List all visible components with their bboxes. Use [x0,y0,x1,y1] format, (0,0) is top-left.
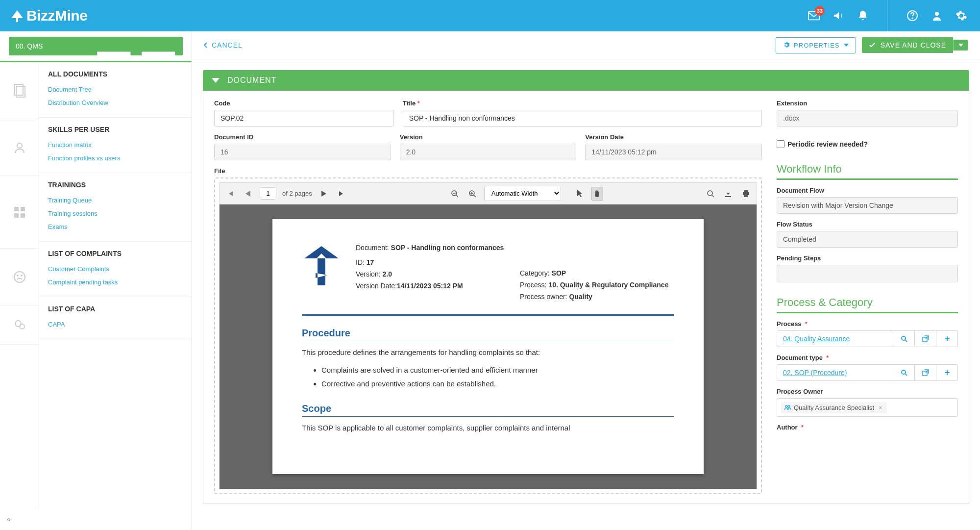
process-add-icon[interactable] [936,330,958,347]
sidebar-icon-skills[interactable] [0,119,39,176]
sidebar-section-title: TRAININGS [48,181,183,189]
periodic-checkbox[interactable] [777,140,784,148]
zoom-in-icon[interactable] [466,187,478,201]
sidebar-link-complaint-pending[interactable]: Complaint pending tasks [48,276,183,289]
sidebar: 00. QMS ALL DOCUMENTS Document Tree Dist… [0,31,192,530]
periodic-label: Periodic review needed? [787,140,868,148]
owner-label: Process Owner [777,388,958,395]
download-icon[interactable] [722,187,734,201]
sidebar-icon-trainings[interactable] [0,176,39,249]
sidebar-link-distribution-overview[interactable]: Distribution Overview [48,96,183,109]
sidebar-icon-documents[interactable] [0,62,39,119]
gear-icon[interactable] [956,10,967,22]
print-icon[interactable] [740,187,752,201]
extension-value: .docx [777,110,958,126]
brand-name: BizzMine [26,7,87,24]
sidebar-section-title: LIST OF COMPLAINTS [48,250,183,257]
pending-label: Pending Steps [777,254,958,262]
process-open-icon[interactable] [915,330,936,347]
title-input[interactable] [403,110,762,126]
owner-remove-icon[interactable]: × [877,404,884,411]
page-sheet: Document: SOP - Handling non conformance… [272,219,704,474]
process-picker-value[interactable]: 04. Quality Assurance [777,330,893,347]
doctype-search-icon[interactable] [893,364,915,381]
doctype-add-icon[interactable] [936,364,958,381]
sidebar-link-training-queue[interactable]: Training Queue [48,194,183,207]
save-button[interactable]: SAVE AND CLOSE [862,37,953,53]
sidebar-link-document-tree[interactable]: Document Tree [48,83,183,96]
svg-point-20 [708,191,712,196]
svg-point-13 [14,272,25,282]
sidebar-icon-complaints[interactable] [0,249,39,305]
cancel-button[interactable]: CANCEL [204,41,243,49]
svg-rect-12 [21,213,25,218]
version-value: 2.0 [400,144,577,160]
last-page-icon[interactable] [336,187,347,201]
page-input[interactable] [260,187,276,200]
help-icon[interactable] [906,10,918,22]
doctype-picker-value[interactable]: 02. SOP (Procedure) [777,364,893,381]
version-label: Version [400,133,577,141]
file-label: File [214,167,762,175]
svg-point-17 [20,324,24,329]
doctype-open-icon[interactable] [915,364,936,381]
svg-point-3 [935,12,939,16]
process-search-icon[interactable] [893,330,915,347]
extension-label: Extension [777,100,958,107]
document-panel-header[interactable]: DOCUMENT [203,70,969,91]
bell-icon[interactable] [857,10,869,22]
id-label: Document ID [214,133,391,141]
qms-label: 00. QMS [16,42,96,50]
logo[interactable]: BizzMine [10,7,87,24]
save-label: SAVE AND CLOSE [881,41,946,49]
search-icon[interactable] [705,187,716,201]
zoom-out-icon[interactable] [449,187,461,201]
announce-icon[interactable] [833,10,844,22]
section-procedure: Procedure [302,328,674,341]
file-toolbar: of 2 pages Automatic Width [219,182,757,204]
code-input[interactable] [214,110,394,126]
properties-button[interactable]: PROPERTIES [776,37,856,53]
version-date-label: Version Date [585,133,762,141]
svg-point-14 [17,275,18,276]
header-bar: BizzMine 33 [0,0,980,31]
code-label: Code [214,100,394,107]
sidebar-link-function-matrix[interactable]: Function matrix [48,138,183,151]
people-icon [784,404,791,411]
doc-logo-icon [302,244,341,288]
owner-tag-box[interactable]: Quality Assurance Specialist × [777,398,958,417]
sidebar-link-capa[interactable]: CAPA [48,318,183,331]
cursor-icon[interactable] [574,187,586,201]
sidebar-section-title: ALL DOCUMENTS [48,70,183,78]
id-value: 16 [214,144,391,160]
sidebar-link-customer-complaints[interactable]: Customer Complaints [48,262,183,276]
first-page-icon[interactable] [224,187,236,201]
zoom-select[interactable]: Automatic Width [484,186,561,201]
document-panel-title: DOCUMENT [227,76,276,85]
messages-icon[interactable]: 33 [808,10,820,22]
hand-icon[interactable] [591,187,603,201]
page-canvas[interactable]: Document: SOP - Handling non conformance… [219,204,757,489]
status-label: Flow Status [777,221,958,228]
sidebar-link-exams[interactable]: Exams [48,220,183,233]
next-page-icon[interactable] [318,187,330,201]
qms-selector[interactable]: 00. QMS [9,37,183,55]
process-category-title: Process & Category [777,296,958,313]
collapse-sidebar[interactable]: « [0,508,192,530]
workflow-title: Workflow Info [777,163,958,180]
cancel-label: CANCEL [212,41,243,49]
svg-rect-9 [14,207,19,211]
chevron-down-icon [212,78,220,83]
prev-page-icon[interactable] [242,187,254,201]
save-dropdown[interactable] [953,40,968,50]
sidebar-icon-capa[interactable] [0,305,39,345]
svg-point-15 [21,275,22,276]
properties-label: PROPERTIES [794,42,840,49]
title-label: Title * [403,100,762,107]
flow-label: Document Flow [777,187,958,194]
header-icons: 33 [808,0,970,31]
user-icon[interactable] [931,10,943,22]
sidebar-link-function-profiles[interactable]: Function profiles vs users [48,151,183,165]
module-icon [96,42,176,50]
sidebar-link-training-sessions[interactable]: Training sessions [48,207,183,220]
